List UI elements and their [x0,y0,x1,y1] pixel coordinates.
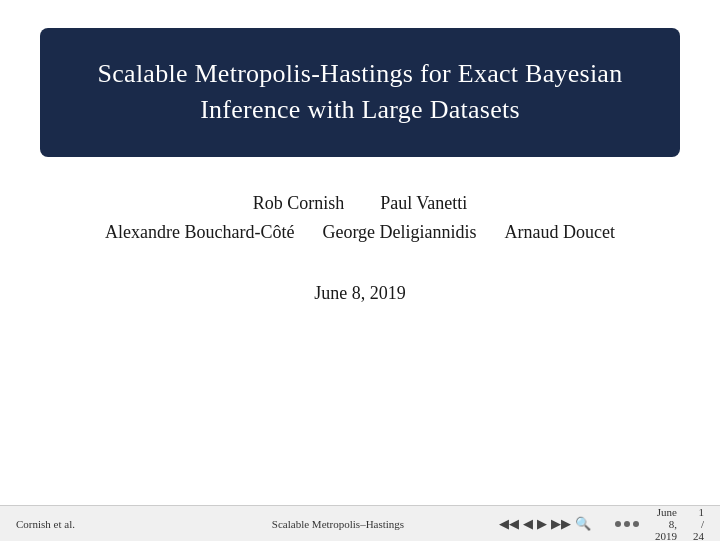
presentation-date: June 8, 2019 [314,283,406,303]
authors-row1: Rob Cornish Paul Vanetti [0,193,720,214]
nav-right-icon[interactable]: ▶ [537,516,547,532]
nav-left-icon[interactable]: ◀ [523,516,533,532]
slide-main: Scalable Metropolis-Hastings for Exact B… [0,0,720,505]
nav-left-end-icon[interactable]: ◀◀ [499,516,519,532]
footer-dots [615,521,639,527]
footer-title: Scalable Metropolis–Hastings [177,518,499,530]
title-banner: Scalable Metropolis-Hastings for Exact B… [40,28,680,157]
dot2 [624,521,630,527]
author-rob-cornish: Rob Cornish [253,193,345,214]
footer-author: Cornish et al. [16,518,177,530]
title-text: Scalable Metropolis-Hastings for Exact B… [76,56,644,129]
dot3 [633,521,639,527]
nav-right-end-icon[interactable]: ▶▶ [551,516,571,532]
footer-page: 1 / 24 [693,506,704,542]
footer-date: June 8, 2019 [655,506,677,542]
title-line2: Inference with Large Datasets [200,95,520,124]
authors-row2: Alexandre Bouchard-Côté George Deligiann… [0,222,720,243]
footer-right: ◀◀ ◀ ▶ ▶▶ 🔍 June 8, 2019 1 / 24 [499,506,704,542]
author-george: George Deligiannidis [322,222,476,243]
title-line1: Scalable Metropolis-Hastings for Exact B… [98,59,623,88]
dot1 [615,521,621,527]
author-paul-vanetti: Paul Vanetti [380,193,467,214]
nav-search-icon[interactable]: 🔍 [575,516,591,532]
footer-nav-icons: ◀◀ ◀ ▶ ▶▶ 🔍 [499,516,591,532]
authors-section: Rob Cornish Paul Vanetti Alexandre Bouch… [0,193,720,243]
author-arnaud: Arnaud Doucet [505,222,615,243]
author-alexandre: Alexandre Bouchard-Côté [105,222,294,243]
date-section: June 8, 2019 [0,283,720,304]
slide-footer: Cornish et al. Scalable Metropolis–Hasti… [0,505,720,541]
